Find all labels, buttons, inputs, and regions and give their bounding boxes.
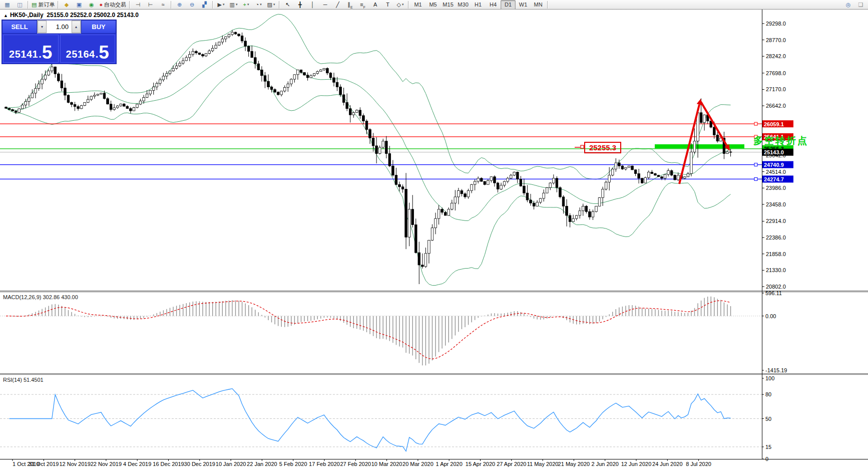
- tf-h4[interactable]: H4: [486, 0, 501, 10]
- tf-mn[interactable]: MN: [531, 0, 546, 10]
- shapes-icon[interactable]: ◇▾: [394, 0, 406, 10]
- ask-price-base: 25164: [66, 49, 95, 60]
- toolbar-group-0: ▦◫: [1, 0, 26, 10]
- price-axis: 29298.028770.028242.027698.027170.026642…: [762, 21, 793, 290]
- svg-text:596.11: 596.11: [765, 290, 782, 296]
- macd-indicator-label: MACD(12,26,9) 302.86 430.00: [3, 294, 78, 300]
- date-label: 20 Mar 2020: [402, 461, 433, 467]
- ask-price-dot: .: [96, 49, 99, 60]
- svg-text:26059.1: 26059.1: [764, 121, 784, 127]
- new-order-icon[interactable]: ▤新订单: [30, 0, 56, 10]
- toolbar-separator: [279, 1, 280, 9]
- symbol-collapse-icon[interactable]: ▲: [4, 13, 8, 18]
- crosshair-icon[interactable]: ╋: [294, 0, 306, 10]
- chart-title: ▲HK50-,Daily 25155.0 25252.0 25002.0 251…: [4, 12, 139, 19]
- templates-icon[interactable]: ▨▾: [265, 0, 277, 10]
- date-label: 5 Feb 2020: [279, 461, 307, 467]
- toolbar-group-6: ↖╋│─╱∥E≡FAT◇▾: [281, 0, 406, 10]
- volume-increase-icon[interactable]: ▲: [72, 21, 81, 33]
- svg-text:29298.0: 29298.0: [766, 21, 786, 27]
- svg-text:22914.0: 22914.0: [766, 218, 786, 224]
- date-label: 10 Jan 2020: [216, 461, 246, 467]
- market-watch-icon[interactable]: ▣: [73, 0, 85, 10]
- date-label: 15 Apr 2020: [466, 461, 495, 467]
- toolbar-right-group: ◎❑: [842, 0, 867, 10]
- cursor-icon[interactable]: ↖: [281, 0, 294, 10]
- profiles-caret-icon[interactable]: ▾: [236, 3, 238, 7]
- chart-shift-icon[interactable]: ⊢: [144, 0, 157, 10]
- auto-scale-icon[interactable]: ≈: [157, 0, 169, 10]
- date-label: 8 Jul 2020: [686, 461, 711, 467]
- date-label: 16 Dec 2019: [153, 461, 184, 467]
- toolbar-group-3: ⊣⊢≈: [132, 0, 169, 10]
- chart-window-icon[interactable]: ▦: [1, 0, 14, 10]
- svg-text:-1415.19: -1415.19: [765, 367, 787, 373]
- turning-point-annotation[interactable]: 多空转折点: [753, 134, 808, 147]
- periods-icon[interactable]: ◔▾: [252, 0, 265, 10]
- tf-m15[interactable]: M15: [441, 0, 456, 10]
- new-chart-caret-icon[interactable]: ▾: [223, 3, 225, 7]
- support-zone-bar[interactable]: [655, 144, 744, 148]
- date-label: 27 Apr 2020: [497, 461, 526, 467]
- svg-text:80: 80: [765, 391, 771, 397]
- indicators-add-icon[interactable]: +▾: [240, 0, 252, 10]
- indicators-add-caret-icon[interactable]: ▾: [247, 3, 249, 7]
- toolbar-separator: [28, 1, 29, 9]
- equidistant-channel-icon[interactable]: ∥E: [344, 0, 356, 10]
- date-axis: 1 Oct 201931 Oct 201912 Nov 201922 Nov 2…: [13, 459, 711, 467]
- buy-button[interactable]: BUY: [81, 20, 116, 34]
- date-label: 30 Dec 2019: [184, 461, 215, 467]
- signals-icon[interactable]: ◉: [85, 0, 98, 10]
- bid-price[interactable]: 25141.5: [3, 35, 59, 63]
- search-icon[interactable]: ◎: [842, 0, 854, 10]
- vertical-line-icon[interactable]: │: [306, 0, 319, 10]
- volume-decrease-icon[interactable]: ▼: [38, 21, 47, 33]
- toolbar-group-7: M1M5M15M30H1H4D1W1MN: [410, 0, 546, 10]
- chart-canvas[interactable]: 29298.028770.028242.027698.027170.026642…: [0, 0, 868, 470]
- date-label: 12 Jun 2020: [621, 461, 652, 467]
- zoom-in-icon[interactable]: ⊕: [173, 0, 186, 10]
- svg-text:20802.0: 20802.0: [766, 284, 786, 290]
- price-note-box[interactable]: 25255.3: [584, 142, 621, 153]
- tf-w1[interactable]: W1: [516, 0, 531, 10]
- svg-text:21330.0: 21330.0: [766, 267, 786, 273]
- main-toolbar: ▦◫▤新订单◆▣◉●自动交易⊣⊢≈⊕⊖▞▶▾▥▾+▾◔▾▨▾↖╋│─╱∥E≡FA…: [0, 0, 868, 10]
- horizontal-line-icon[interactable]: ─: [319, 0, 331, 10]
- shapes-caret-icon[interactable]: ▾: [402, 3, 404, 7]
- scroll-to-end-icon[interactable]: ⊣: [132, 0, 144, 10]
- date-label: 27 Feb 2020: [340, 461, 371, 467]
- zoom-chart-window-icon[interactable]: ◫: [14, 0, 26, 10]
- volume-stepper[interactable]: ▼ 1.00 ▲: [37, 20, 81, 34]
- toolbar-group-5: ▶▾▥▾+▾◔▾▨▾: [215, 0, 277, 10]
- svg-text:23458.0: 23458.0: [766, 201, 786, 207]
- text-icon[interactable]: A: [369, 0, 381, 10]
- price-badge-25143.0: 25143.0: [762, 149, 793, 156]
- templates-caret-icon[interactable]: ▾: [273, 3, 275, 7]
- text-label-icon[interactable]: T: [381, 0, 394, 10]
- tile-windows-icon[interactable]: ▞: [198, 0, 211, 10]
- tf-h1[interactable]: H1: [471, 0, 486, 10]
- ask-price[interactable]: 25164.5: [60, 35, 116, 63]
- price-badge-24274.7: 24274.7: [762, 175, 793, 182]
- date-label: 4 Dec 2019: [123, 461, 151, 467]
- styles-icon[interactable]: ◆: [60, 0, 73, 10]
- tf-m30[interactable]: M30: [456, 0, 471, 10]
- bid-price-dot: .: [39, 49, 42, 60]
- profiles-icon[interactable]: ▥▾: [227, 0, 240, 10]
- chat-icon[interactable]: ❑: [854, 0, 867, 10]
- fibonacci-icon[interactable]: ≡F: [356, 0, 369, 10]
- new-chart-icon[interactable]: ▶▾: [215, 0, 227, 10]
- svg-text:28242.0: 28242.0: [766, 53, 786, 59]
- svg-text:100: 100: [765, 375, 774, 381]
- tf-m1[interactable]: M1: [410, 0, 425, 10]
- toolbar-group-4: ⊕⊖▞: [173, 0, 211, 10]
- auto-trading-icon[interactable]: ●自动交易: [98, 0, 128, 10]
- zoom-out-icon[interactable]: ⊖: [186, 0, 198, 10]
- volume-field[interactable]: 1.00: [47, 21, 72, 33]
- tf-d1[interactable]: D1: [501, 0, 516, 10]
- periods-caret-icon[interactable]: ▾: [260, 3, 262, 7]
- tf-m5[interactable]: M5: [425, 0, 441, 10]
- sell-button[interactable]: SELL: [2, 20, 37, 34]
- date-label: 1 Apr 2020: [436, 461, 463, 467]
- trendline-icon[interactable]: ╱: [331, 0, 344, 10]
